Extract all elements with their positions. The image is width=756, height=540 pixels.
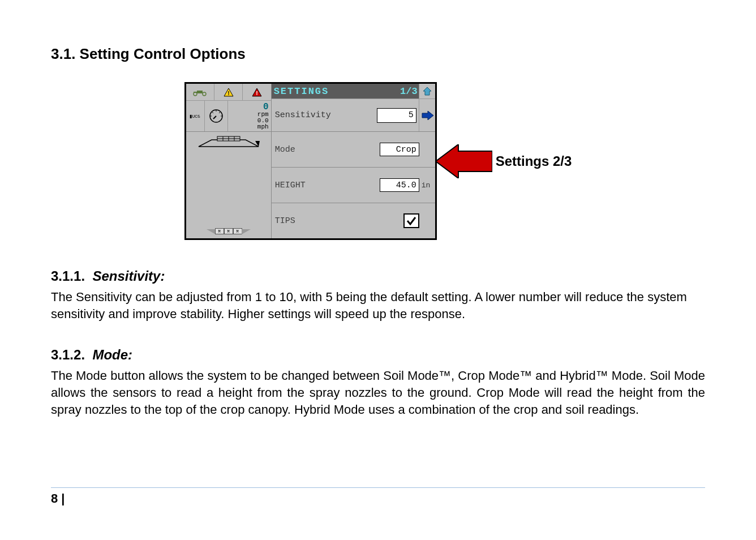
next-page-button[interactable]	[419, 99, 435, 131]
sprayer-icon	[186, 84, 214, 101]
mode-input[interactable]: Crop	[380, 143, 419, 156]
svg-point-1	[203, 92, 206, 96]
tips-checkbox[interactable]	[403, 213, 419, 228]
figure-row: ! ! ▮UC5 0	[51, 82, 705, 240]
svg-marker-24	[436, 144, 492, 178]
status-readout: 0 rpm 0.0 mph	[228, 101, 271, 131]
boom-top-icon	[197, 134, 260, 151]
rpm-label: rpm	[257, 112, 269, 118]
mode-paragraph: The Mode button allows the system to be …	[51, 367, 705, 418]
warning-red-icon: !	[243, 84, 270, 101]
height-label: HEIGHT	[275, 181, 380, 190]
svg-marker-16	[422, 111, 433, 120]
svg-line-13	[212, 112, 213, 113]
subsection-heading-mode: 3.1.2. Mode:	[51, 347, 705, 363]
check-icon	[406, 216, 416, 225]
ucs-badge: ▮UC5	[186, 101, 205, 131]
gauge-icon	[205, 101, 228, 131]
section-heading: 3.1. Setting Control Options	[51, 45, 705, 63]
mode-label: Mode	[275, 145, 380, 155]
tips-label: TIPS	[275, 216, 403, 226]
svg-marker-15	[423, 87, 431, 95]
svg-rect-3	[194, 92, 197, 93]
svg-line-14	[213, 116, 216, 119]
sensitivity-label: Sensitivity	[272, 110, 377, 120]
page-indicator: 1/3	[394, 84, 419, 98]
page-footer: 8 |	[51, 487, 705, 506]
callout-label: Settings 2/3	[496, 153, 572, 169]
home-button[interactable]	[419, 84, 435, 98]
speed-value: 0.0	[257, 118, 269, 124]
sensitivity-paragraph: The Sensitivity can be adjusted from 1 t…	[51, 289, 705, 322]
svg-text:!: !	[255, 91, 259, 97]
subsection-heading-sensitivity: 3.1.1. Sensitivity:	[51, 268, 705, 284]
svg-line-12	[219, 112, 220, 113]
svg-rect-2	[197, 91, 203, 93]
svg-text:!: !	[227, 91, 230, 97]
sensitivity-input[interactable]: 5	[377, 108, 416, 123]
boom-bottom-icon: M M M	[207, 228, 251, 236]
height-input[interactable]: 45.0	[380, 178, 419, 192]
settings-panel: ! ! ▮UC5 0	[184, 82, 437, 240]
screen-title: SETTINGS	[272, 84, 394, 98]
warning-yellow-icon: !	[214, 84, 243, 101]
callout-arrow-icon	[436, 144, 492, 178]
speed-unit: mph	[257, 124, 269, 130]
rpm-value: 0	[263, 102, 269, 112]
height-unit: in	[422, 181, 432, 190]
